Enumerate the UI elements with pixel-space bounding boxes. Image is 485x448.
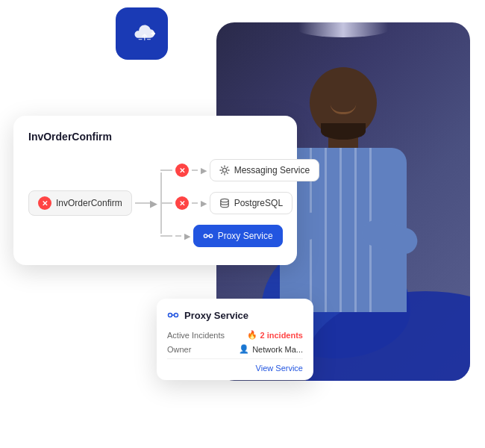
- popup-row-incidents: Active Incidents 🔥 2 incidents: [167, 330, 303, 340]
- flow-diagram: ✕ InvOrderConfirm ▶ ✕ ▶: [28, 156, 282, 250]
- flow-card-title: InvOrderConfirm: [28, 131, 282, 143]
- popup-row-owner: Owner 👤 Network Ma...: [167, 344, 303, 354]
- view-service-link[interactable]: View Service: [167, 364, 303, 373]
- cloud-upload-icon: [128, 19, 156, 48]
- left-node[interactable]: ✕ InvOrderConfirm: [28, 190, 132, 216]
- proxy-service-label: Proxy Service: [218, 231, 273, 241]
- vertical-connector: [160, 172, 162, 234]
- branch-postgresql: ✕ ▶ PostgreSQL: [160, 192, 319, 214]
- messaging-service-node[interactable]: Messaging Service: [210, 159, 319, 181]
- proxy-service-node[interactable]: Proxy Service: [193, 225, 283, 247]
- light-beam: [298, 22, 388, 37]
- popup-owner-value: 👤 Network Ma...: [239, 344, 303, 354]
- left-node-label: InvOrderConfirm: [56, 198, 122, 208]
- popup-title: Proxy Service: [184, 310, 248, 321]
- popup-owner-label: Owner: [167, 345, 191, 354]
- popup-incidents-value: 🔥 2 incidents: [247, 330, 303, 340]
- proxy-icon: [203, 231, 213, 241]
- error-dot-messaging: ✕: [175, 164, 189, 177]
- branch-proxy: ▶ Proxy Service: [160, 225, 319, 247]
- postgresql-label: PostgreSQL: [234, 198, 283, 208]
- fire-icon: 🔥: [247, 330, 257, 340]
- postgresql-node[interactable]: PostgreSQL: [210, 192, 292, 214]
- flow-card: InvOrderConfirm ✕ InvOrderConfirm ▶ ✕ ▶: [13, 116, 297, 265]
- popup-title-row: Proxy Service: [167, 309, 303, 321]
- error-indicator: ✕: [38, 196, 51, 210]
- settings-icon: [219, 165, 230, 175]
- messaging-service-label: Messaging Service: [234, 165, 310, 175]
- branch-tree: ✕ ▶ Messaging Service ✕ ▶: [160, 159, 319, 247]
- database-icon: [219, 198, 230, 208]
- person-icon: 👤: [239, 344, 249, 354]
- svg-point-0: [222, 168, 226, 172]
- popup-service-icon: [167, 309, 179, 321]
- popup-incidents-label: Active Incidents: [167, 331, 225, 340]
- svg-point-1: [220, 199, 228, 202]
- cloud-icon-box: [116, 7, 168, 60]
- main-connector: ▶: [132, 198, 160, 209]
- error-dot-postgresql: ✕: [175, 196, 189, 210]
- popup-divider: [167, 358, 303, 359]
- branch-messaging: ✕ ▶ Messaging Service: [160, 159, 319, 181]
- popup-card: Proxy Service Active Incidents 🔥 2 incid…: [157, 299, 313, 380]
